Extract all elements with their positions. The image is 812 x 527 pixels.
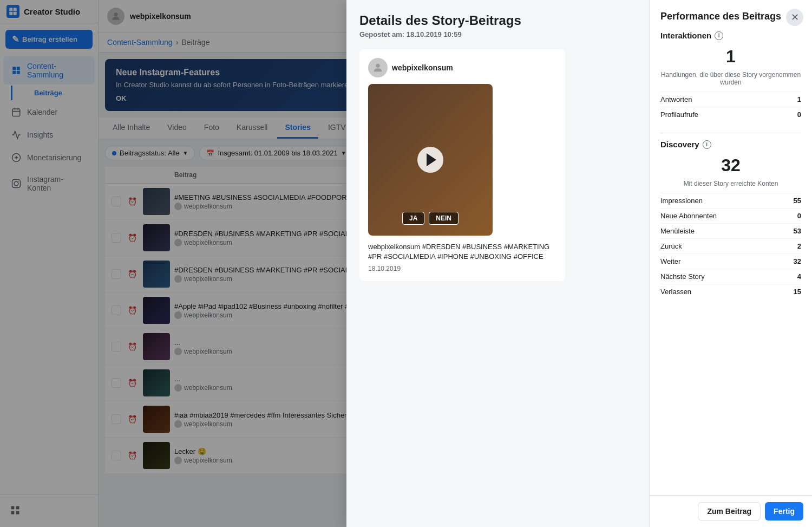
- perf-row-weiter: Weiter 32: [660, 253, 801, 269]
- poll-no-button[interactable]: NEIN: [429, 212, 459, 225]
- performance-title: Performance des Beitrags: [660, 11, 801, 22]
- performance-panel: Performance des Beitrags Interaktionen i…: [650, 0, 812, 527]
- interactions-value: 1: [660, 42, 801, 71]
- info-icon[interactable]: i: [715, 31, 723, 40]
- interactions-title: Interaktionen i: [660, 31, 801, 40]
- story-detail-panel: ✕ Details des Story-Beitrags Gepostet am…: [346, 0, 812, 527]
- perf-row-neue-abonnenten: Neue Abonnenten 0: [660, 208, 801, 223]
- story-avatar: [368, 58, 388, 77]
- story-date: 18.10.2019: [368, 265, 556, 272]
- play-button[interactable]: [417, 147, 443, 173]
- info-icon-discovery[interactable]: i: [703, 140, 711, 149]
- detail-footer: Zum Beitrag Fertig: [650, 495, 812, 527]
- svg-point-19: [376, 64, 379, 68]
- poll-yes-button[interactable]: JA: [402, 212, 424, 225]
- zum-beitrag-button[interactable]: Zum Beitrag: [698, 502, 761, 521]
- fertig-button[interactable]: Fertig: [765, 502, 803, 521]
- perf-row-profilaufrufe: Profilaufrufe 0: [660, 107, 801, 122]
- perf-row-antworten: Antworten 1: [660, 92, 801, 107]
- detail-title: Details des Story-Beitrags: [359, 13, 636, 28]
- discovery-section: Discovery i 32 Mit dieser Story erreicht…: [660, 140, 801, 299]
- story-card-header: webpixelkonsum: [368, 58, 556, 77]
- perf-row-menuleiste: Menüleiste 53: [660, 223, 801, 238]
- discovery-value: 32: [660, 151, 801, 180]
- story-card: webpixelkonsum JA NEIN webpixelkonsum #D…: [359, 49, 565, 281]
- perf-divider: [660, 133, 801, 133]
- close-button[interactable]: ✕: [786, 9, 803, 26]
- detail-main-area: Details des Story-Beitrags Gepostet am: …: [346, 0, 650, 527]
- discovery-title: Discovery i: [660, 140, 801, 149]
- perf-row-nachste-story: Nächste Story 4: [660, 269, 801, 284]
- perf-row-zuruck: Zurück 2: [660, 238, 801, 253]
- story-poll: JA NEIN: [402, 212, 459, 225]
- detail-posted: Gepostet am: 18.10.2019 10:59: [359, 30, 636, 38]
- story-media: JA NEIN: [368, 84, 493, 236]
- interactions-desc: Handlungen, die über diese Story vorgeno…: [660, 71, 801, 86]
- detail-header: Details des Story-Beitrags Gepostet am: …: [359, 13, 636, 38]
- discovery-desc: Mit dieser Story erreichte Konten: [660, 180, 801, 187]
- interactions-section: Interaktionen i 1 Handlungen, die über d…: [660, 31, 801, 122]
- story-caption: webpixelkonsum #DRESDEN #BUSINESS #MARKE…: [368, 242, 556, 262]
- story-username: webpixelkonsum: [392, 63, 453, 72]
- perf-row-impressionen: Impressionen 55: [660, 193, 801, 208]
- perf-row-verlassen: Verlassen 15: [660, 284, 801, 299]
